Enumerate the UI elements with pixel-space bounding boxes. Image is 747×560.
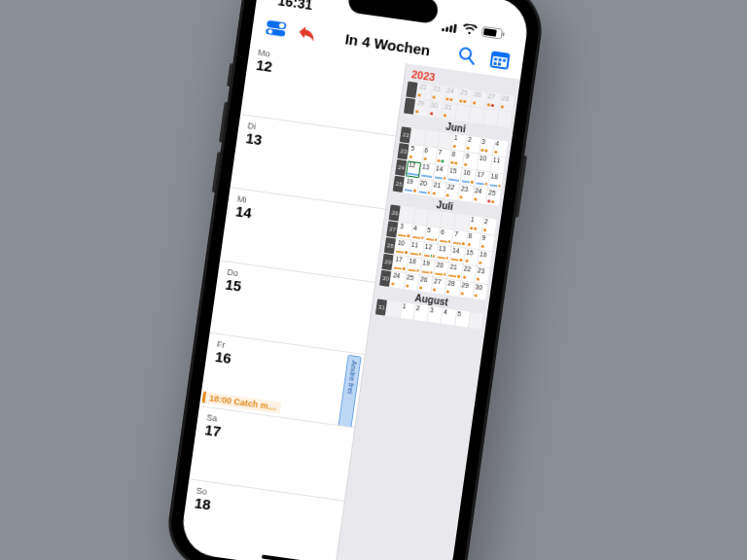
mini-day-cell[interactable]: 5: [425, 227, 440, 244]
mini-day-cell[interactable]: 8: [466, 232, 480, 250]
toggle-icon[interactable]: [266, 18, 288, 40]
mini-day-cell[interactable]: 30: [428, 101, 443, 119]
mini-day-cell[interactable]: 3: [480, 138, 494, 156]
mini-day-cell[interactable]: 18: [488, 172, 503, 190]
mini-day-cell[interactable]: 10: [395, 239, 409, 257]
status-time: 16:31: [277, 0, 314, 13]
mini-day-cell[interactable]: 19: [420, 259, 435, 276]
mini-day-cell[interactable]: 25: [458, 88, 473, 106]
mini-day-cell[interactable]: 14: [434, 164, 448, 182]
mini-day-cell[interactable]: 25: [404, 273, 418, 291]
mini-day-cell[interactable]: 25: [486, 189, 501, 206]
mini-day-cell[interactable]: 20: [434, 261, 448, 278]
svg-rect-1: [445, 26, 448, 31]
mini-day-cell[interactable]: 4: [442, 308, 456, 326]
mini-day-cell[interactable]: 6: [422, 147, 437, 164]
mini-day-cell[interactable]: 26: [418, 275, 433, 293]
mini-day-cell[interactable]: 19: [404, 177, 418, 194]
mini-day-cell[interactable]: 20: [417, 179, 432, 196]
mini-day-cell[interactable]: 18: [407, 257, 421, 274]
mini-day-cell[interactable]: 4: [411, 225, 426, 242]
mini-day-cell[interactable]: [454, 214, 469, 231]
mini-day-cell[interactable]: 12: [406, 160, 420, 178]
cellular-signal-icon: [442, 21, 458, 33]
mini-day-cell[interactable]: [470, 107, 484, 124]
mini-day-cell[interactable]: 15: [464, 249, 479, 266]
mini-day-cell[interactable]: 3: [397, 223, 411, 240]
mini-day-cell[interactable]: 1: [400, 302, 414, 320]
mini-day-cell[interactable]: 2: [413, 304, 428, 322]
mini-day-cell[interactable]: 13: [419, 162, 434, 180]
mini-day-cell[interactable]: 24: [390, 271, 405, 289]
mini-day-cell[interactable]: 28: [445, 279, 460, 297]
mini-day-cell[interactable]: 26: [472, 90, 486, 108]
mini-day-cell[interactable]: 3: [427, 306, 442, 324]
mini-day-cell[interactable]: 9: [480, 234, 494, 252]
mini-day-cell[interactable]: 8: [449, 151, 464, 168]
mini-day-cell[interactable]: 15: [447, 166, 462, 184]
mini-day-cell[interactable]: 31: [442, 103, 456, 121]
mini-day-cell[interactable]: 30: [473, 283, 487, 300]
svg-rect-0: [442, 27, 445, 30]
mini-day-cell[interactable]: 23: [431, 85, 445, 102]
mini-day-cell[interactable]: 22: [461, 264, 476, 282]
mini-day-cell[interactable]: [413, 208, 428, 226]
mini-day-cell[interactable]: 21: [431, 181, 445, 198]
mini-day-cell[interactable]: 16: [461, 168, 476, 186]
mini-day-cell[interactable]: 9: [463, 153, 478, 170]
mini-day-cell[interactable]: [497, 111, 512, 128]
mini-day-cell[interactable]: 16: [478, 251, 492, 268]
mini-day-cell[interactable]: 11: [409, 241, 423, 259]
mini-day-cell[interactable]: 2: [465, 136, 480, 154]
calendar-view-icon[interactable]: [488, 49, 511, 71]
svg-rect-5: [483, 28, 497, 37]
mini-day-cell[interactable]: [386, 300, 401, 318]
mini-day-cell[interactable]: [427, 210, 442, 228]
mini-day-cell[interactable]: 2: [481, 218, 496, 235]
mini-day-cell[interactable]: 24: [445, 87, 459, 104]
mini-day-cell[interactable]: 7: [436, 149, 450, 166]
mini-day-cell[interactable]: 5: [455, 310, 470, 328]
mini-day-cell[interactable]: [456, 105, 471, 122]
svg-rect-2: [449, 25, 452, 32]
mini-day-cell[interactable]: 28: [499, 94, 514, 112]
svg-rect-15: [493, 57, 496, 60]
mini-day-cell[interactable]: 13: [436, 245, 450, 262]
svg-rect-6: [502, 32, 504, 36]
mini-day-cell[interactable]: 17: [475, 170, 489, 188]
mini-day-cell[interactable]: 4: [493, 140, 508, 158]
mini-day-cell[interactable]: 21: [447, 262, 462, 280]
mini-day-cell[interactable]: 29: [459, 281, 474, 298]
mini-day-cell[interactable]: [410, 128, 425, 146]
search-icon[interactable]: [456, 44, 479, 66]
mini-day-cell[interactable]: 27: [485, 92, 500, 110]
mini-day-cell[interactable]: 22: [417, 83, 432, 100]
mini-day-cell[interactable]: 23: [458, 185, 473, 202]
mini-day-cell[interactable]: 17: [393, 255, 408, 272]
back-reply-icon[interactable]: [296, 21, 318, 44]
mini-day-cell[interactable]: 1: [451, 134, 466, 152]
mini-day-cell[interactable]: 22: [445, 183, 459, 200]
mini-day-cell[interactable]: [441, 212, 455, 229]
mini-day-cell[interactable]: [424, 130, 439, 148]
mini-day-cell[interactable]: 1: [468, 216, 482, 233]
mini-day-cell[interactable]: [483, 109, 498, 126]
mini-day-cell[interactable]: [400, 206, 414, 224]
nav-title: In 4 Wochen: [344, 30, 432, 58]
mini-day-cell[interactable]: 12: [422, 243, 437, 261]
mini-day-cell[interactable]: 11: [490, 156, 505, 173]
mini-day-cell[interactable]: 7: [452, 230, 467, 248]
mini-day-cell[interactable]: 14: [449, 247, 464, 264]
svg-rect-17: [502, 58, 505, 61]
mini-day-cell[interactable]: [469, 312, 483, 330]
mini-day-cell[interactable]: 6: [439, 228, 453, 246]
mini-day-cell[interactable]: 24: [472, 187, 486, 204]
mini-day-cell[interactable]: 27: [432, 277, 446, 295]
battery-icon: [481, 26, 506, 40]
mini-day-cell[interactable]: 10: [477, 154, 491, 171]
mini-day-cell[interactable]: 29: [414, 99, 429, 117]
mini-day-cell[interactable]: 5: [409, 145, 423, 162]
mini-day-cell[interactable]: 23: [475, 266, 489, 284]
svg-rect-16: [498, 58, 501, 61]
mini-day-cell[interactable]: [438, 132, 452, 150]
